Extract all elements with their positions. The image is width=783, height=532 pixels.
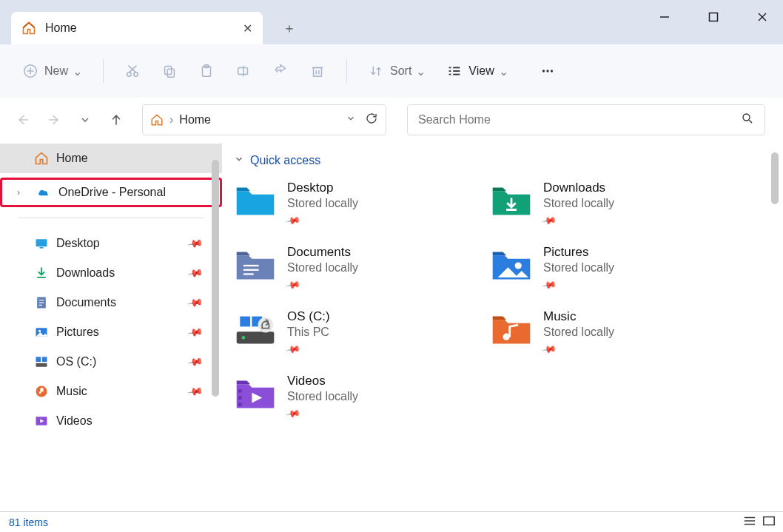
svg-point-27 (542, 70, 545, 72)
pin-icon: 📌 (541, 277, 556, 292)
svg-rect-41 (42, 357, 47, 362)
tile-sub: Stored locally (287, 390, 358, 403)
sidebar-item-label: Pictures (56, 326, 99, 339)
svg-line-31 (749, 120, 752, 123)
folder-music-icon (490, 312, 533, 348)
svg-rect-42 (36, 363, 47, 367)
cut-button[interactable] (117, 56, 148, 86)
sidebar-item-desktop[interactable]: Desktop 📌 (0, 229, 222, 258)
tile-title: OS (C:) (287, 309, 330, 324)
tile-downloads[interactable]: Downloads Stored locally 📌 (490, 181, 742, 226)
quick-access-grid: Desktop Stored locally 📌 Downloads Store… (234, 181, 783, 419)
recent-button[interactable] (73, 107, 98, 132)
tile-title: Documents (287, 245, 358, 260)
drive-icon (34, 354, 49, 369)
video-icon (34, 414, 49, 428)
chevron-down-icon: ⌄ (73, 64, 82, 78)
tile-osc[interactable]: OS (C:) This PC 📌 (234, 309, 485, 354)
refresh-button[interactable] (365, 112, 378, 128)
nav-row: › Home (0, 98, 783, 142)
sidebar-item-label: Home (56, 152, 88, 165)
sidebar-item-documents[interactable]: Documents 📌 (0, 288, 222, 317)
up-button[interactable] (104, 107, 129, 132)
tile-documents[interactable]: Documents Stored locally 📌 (234, 245, 485, 290)
svg-rect-33 (40, 247, 44, 249)
share-button[interactable] (265, 56, 296, 86)
download-icon (34, 266, 49, 280)
chevron-right-icon: › (17, 187, 20, 198)
sidebar-item-music[interactable]: Music 📌 (0, 377, 222, 406)
sort-button[interactable]: Sort ⌄ (360, 56, 433, 86)
folder-documents-icon (234, 248, 277, 283)
svg-rect-40 (36, 357, 41, 362)
svg-rect-61 (764, 517, 774, 525)
address-dropdown[interactable] (346, 113, 356, 127)
sidebar-item-videos[interactable]: Videos (0, 406, 222, 436)
minimize-button[interactable] (650, 6, 679, 28)
tile-pictures[interactable]: Pictures Stored locally 📌 (490, 245, 742, 290)
tab-home[interactable]: Home ✕ (11, 12, 263, 44)
drive-icon (234, 312, 277, 348)
thumbnails-view-icon[interactable] (762, 515, 776, 529)
search-bar[interactable] (407, 104, 765, 135)
sidebar-item-home[interactable]: Home (0, 144, 222, 173)
tile-title: Downloads (543, 181, 614, 195)
status-bar: 81 items (0, 511, 783, 532)
svg-rect-57 (238, 403, 242, 407)
content-scrollbar[interactable] (771, 152, 779, 204)
more-button[interactable] (532, 56, 563, 86)
new-label: New (44, 64, 68, 78)
pin-icon: 📌 (186, 265, 204, 282)
pin-icon: 📌 (186, 354, 204, 371)
folder-videos-icon (234, 377, 277, 412)
view-label: View (468, 64, 494, 78)
address-bar[interactable]: › Home (142, 104, 386, 135)
svg-point-52 (242, 336, 246, 340)
sidebar-item-label: Music (56, 385, 87, 398)
pin-icon: 📌 (285, 405, 300, 420)
paste-button[interactable] (191, 56, 222, 86)
tile-sub: Stored locally (543, 326, 614, 339)
svg-point-7 (127, 73, 132, 77)
search-input[interactable] (418, 113, 741, 127)
close-button[interactable] (747, 6, 777, 28)
tile-sub: This PC (287, 326, 330, 339)
divider (346, 59, 347, 83)
view-button[interactable]: View ⌄ (439, 56, 515, 86)
sidebar-item-osc[interactable]: OS (C:) 📌 (0, 347, 222, 377)
sidebar-item-label: OneDrive - Personal (58, 186, 166, 199)
back-button[interactable] (10, 107, 36, 132)
sidebar-item-downloads[interactable]: Downloads 📌 (0, 258, 222, 288)
folder-desktop-icon (234, 183, 277, 219)
tile-videos[interactable]: Videos Stored locally 📌 (234, 374, 485, 419)
desktop-icon (34, 236, 49, 251)
document-icon (34, 295, 49, 310)
music-icon (34, 384, 49, 399)
details-view-icon[interactable] (743, 515, 756, 529)
chevron-right-icon: › (169, 113, 173, 127)
sidebar-item-pictures[interactable]: Pictures 📌 (0, 317, 222, 347)
new-button[interactable]: New ⌄ (15, 56, 90, 86)
maximize-button[interactable] (699, 6, 728, 28)
tile-music[interactable]: Music Stored locally 📌 (490, 309, 742, 354)
folder-downloads-icon (490, 183, 533, 219)
picture-icon (34, 325, 49, 340)
section-header[interactable]: Quick access (234, 154, 783, 167)
svg-rect-55 (238, 389, 242, 393)
sidebar-item-onedrive[interactable]: › OneDrive - Personal (0, 178, 222, 207)
body: Home › OneDrive - Personal Desktop 📌 Dow… (0, 142, 783, 511)
sidebar-item-label: Desktop (56, 237, 100, 250)
tile-desktop[interactable]: Desktop Stored locally 📌 (234, 181, 485, 226)
tab-close-button[interactable]: ✕ (243, 21, 252, 36)
sidebar-scrollbar[interactable] (212, 160, 219, 397)
copy-button[interactable] (154, 56, 185, 86)
svg-rect-15 (238, 67, 248, 74)
rename-button[interactable] (228, 56, 259, 86)
sidebar: Home › OneDrive - Personal Desktop 📌 Dow… (0, 142, 222, 511)
new-tab-button[interactable]: ＋ (276, 15, 303, 41)
svg-point-48 (515, 262, 522, 269)
forward-button[interactable] (41, 107, 67, 132)
window-controls (650, 6, 777, 28)
delete-button[interactable] (302, 56, 333, 86)
svg-point-30 (743, 114, 750, 121)
